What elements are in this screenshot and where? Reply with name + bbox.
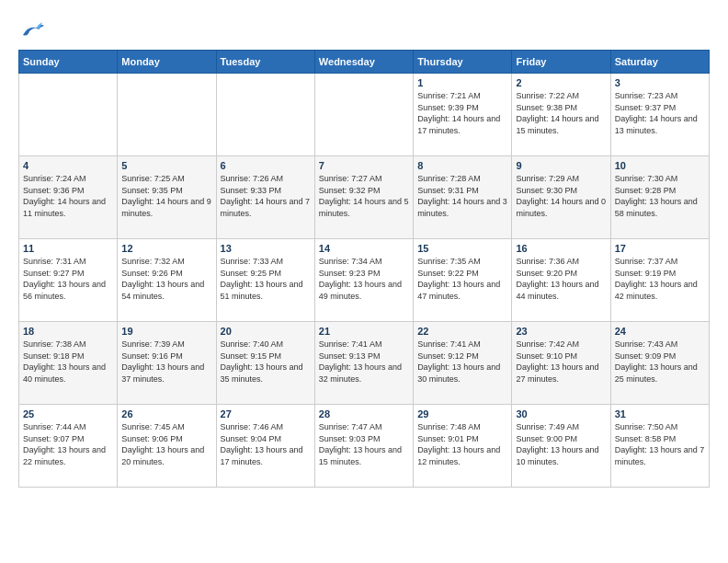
calendar-cell: 14 Sunrise: 7:34 AMSunset: 9:23 PMDaylig…	[314, 239, 413, 322]
calendar-table: SundayMondayTuesdayWednesdayThursdayFrid…	[18, 50, 710, 488]
day-number: 29	[417, 408, 507, 419]
day-number: 8	[417, 160, 507, 171]
day-info: Sunrise: 7:42 AMSunset: 9:10 PMDaylight:…	[516, 339, 606, 385]
week-row-1: 1 Sunrise: 7:21 AMSunset: 9:39 PMDayligh…	[19, 74, 710, 156]
calendar-cell: 28 Sunrise: 7:47 AMSunset: 9:03 PMDaylig…	[314, 405, 413, 488]
calendar-cell: 29 Sunrise: 7:48 AMSunset: 9:01 PMDaylig…	[414, 405, 512, 488]
day-number: 2	[516, 77, 606, 88]
calendar-cell	[216, 74, 314, 156]
day-info: Sunrise: 7:47 AMSunset: 9:03 PMDaylight:…	[319, 421, 409, 467]
day-info: Sunrise: 7:50 AMSunset: 8:58 PMDaylight:…	[615, 421, 705, 467]
week-row-3: 11 Sunrise: 7:31 AMSunset: 9:27 PMDaylig…	[19, 239, 710, 322]
weekday-header-wednesday: Wednesday	[314, 51, 413, 74]
day-number: 15	[417, 243, 507, 254]
day-info: Sunrise: 7:25 AMSunset: 9:35 PMDaylight:…	[121, 173, 211, 219]
day-number: 12	[121, 243, 211, 254]
day-number: 10	[615, 160, 705, 171]
day-info: Sunrise: 7:38 AMSunset: 9:18 PMDaylight:…	[23, 339, 113, 385]
calendar-cell: 30 Sunrise: 7:49 AMSunset: 9:00 PMDaylig…	[512, 405, 610, 488]
calendar-cell: 15 Sunrise: 7:35 AMSunset: 9:22 PMDaylig…	[414, 239, 512, 322]
day-number: 1	[417, 77, 507, 88]
calendar-cell: 20 Sunrise: 7:40 AMSunset: 9:15 PMDaylig…	[216, 322, 314, 405]
calendar-cell	[314, 74, 413, 156]
day-number: 14	[319, 243, 409, 254]
calendar-cell: 19 Sunrise: 7:39 AMSunset: 9:16 PMDaylig…	[118, 322, 216, 405]
weekday-header-sunday: Sunday	[19, 51, 118, 74]
weekday-header-saturday: Saturday	[610, 51, 709, 74]
day-info: Sunrise: 7:35 AMSunset: 9:22 PMDaylight:…	[417, 256, 507, 302]
calendar-cell: 22 Sunrise: 7:41 AMSunset: 9:12 PMDaylig…	[414, 322, 512, 405]
day-info: Sunrise: 7:36 AMSunset: 9:20 PMDaylight:…	[516, 256, 606, 302]
day-number: 18	[23, 326, 113, 337]
day-number: 11	[23, 243, 113, 254]
day-info: Sunrise: 7:30 AMSunset: 9:28 PMDaylight:…	[615, 173, 705, 219]
calendar-cell: 21 Sunrise: 7:41 AMSunset: 9:13 PMDaylig…	[314, 322, 413, 405]
day-number: 20	[221, 326, 311, 337]
day-number: 28	[319, 408, 409, 419]
calendar-cell	[19, 74, 118, 156]
calendar-cell: 13 Sunrise: 7:33 AMSunset: 9:25 PMDaylig…	[216, 239, 314, 322]
day-number: 13	[221, 243, 311, 254]
calendar-cell: 23 Sunrise: 7:42 AMSunset: 9:10 PMDaylig…	[512, 322, 610, 405]
weekday-header-tuesday: Tuesday	[216, 51, 314, 74]
day-info: Sunrise: 7:34 AMSunset: 9:23 PMDaylight:…	[319, 256, 409, 302]
day-info: Sunrise: 7:28 AMSunset: 9:31 PMDaylight:…	[417, 173, 507, 219]
day-number: 7	[319, 160, 409, 171]
day-number: 23	[516, 326, 606, 337]
logo-icon	[18, 18, 46, 40]
calendar-cell: 17 Sunrise: 7:37 AMSunset: 9:19 PMDaylig…	[610, 239, 709, 322]
day-number: 26	[121, 408, 211, 419]
day-number: 5	[121, 160, 211, 171]
day-info: Sunrise: 7:27 AMSunset: 9:32 PMDaylight:…	[319, 173, 409, 219]
day-number: 16	[516, 243, 606, 254]
day-info: Sunrise: 7:39 AMSunset: 9:16 PMDaylight:…	[121, 339, 211, 385]
day-info: Sunrise: 7:40 AMSunset: 9:15 PMDaylight:…	[221, 339, 311, 385]
weekday-header-monday: Monday	[118, 51, 216, 74]
calendar-cell: 7 Sunrise: 7:27 AMSunset: 9:32 PMDayligh…	[314, 156, 413, 239]
page-header	[18, 18, 710, 40]
day-info: Sunrise: 7:31 AMSunset: 9:27 PMDaylight:…	[23, 256, 113, 302]
calendar-cell: 8 Sunrise: 7:28 AMSunset: 9:31 PMDayligh…	[414, 156, 512, 239]
calendar-cell: 16 Sunrise: 7:36 AMSunset: 9:20 PMDaylig…	[512, 239, 610, 322]
calendar-cell: 31 Sunrise: 7:50 AMSunset: 8:58 PMDaylig…	[610, 405, 709, 488]
day-number: 6	[221, 160, 311, 171]
day-number: 3	[615, 77, 705, 88]
day-number: 4	[23, 160, 113, 171]
day-info: Sunrise: 7:43 AMSunset: 9:09 PMDaylight:…	[615, 339, 705, 385]
week-row-2: 4 Sunrise: 7:24 AMSunset: 9:36 PMDayligh…	[19, 156, 710, 239]
calendar-cell: 27 Sunrise: 7:46 AMSunset: 9:04 PMDaylig…	[216, 405, 314, 488]
calendar-cell: 3 Sunrise: 7:23 AMSunset: 9:37 PMDayligh…	[610, 74, 709, 156]
day-number: 24	[615, 326, 705, 337]
day-number: 9	[516, 160, 606, 171]
week-row-4: 18 Sunrise: 7:38 AMSunset: 9:18 PMDaylig…	[19, 322, 710, 405]
day-info: Sunrise: 7:26 AMSunset: 9:33 PMDaylight:…	[221, 173, 311, 219]
calendar-cell: 1 Sunrise: 7:21 AMSunset: 9:39 PMDayligh…	[414, 74, 512, 156]
calendar-cell: 18 Sunrise: 7:38 AMSunset: 9:18 PMDaylig…	[19, 322, 118, 405]
day-number: 21	[319, 326, 409, 337]
day-number: 31	[615, 408, 705, 419]
day-number: 22	[417, 326, 507, 337]
calendar-cell: 2 Sunrise: 7:22 AMSunset: 9:38 PMDayligh…	[512, 74, 610, 156]
day-info: Sunrise: 7:44 AMSunset: 9:07 PMDaylight:…	[23, 421, 113, 467]
calendar-cell: 9 Sunrise: 7:29 AMSunset: 9:30 PMDayligh…	[512, 156, 610, 239]
calendar-cell: 5 Sunrise: 7:25 AMSunset: 9:35 PMDayligh…	[118, 156, 216, 239]
week-row-5: 25 Sunrise: 7:44 AMSunset: 9:07 PMDaylig…	[19, 405, 710, 488]
day-number: 27	[221, 408, 311, 419]
day-info: Sunrise: 7:24 AMSunset: 9:36 PMDaylight:…	[23, 173, 113, 219]
calendar-cell: 6 Sunrise: 7:26 AMSunset: 9:33 PMDayligh…	[216, 156, 314, 239]
day-info: Sunrise: 7:32 AMSunset: 9:26 PMDaylight:…	[121, 256, 211, 302]
calendar-cell: 11 Sunrise: 7:31 AMSunset: 9:27 PMDaylig…	[19, 239, 118, 322]
calendar-cell: 12 Sunrise: 7:32 AMSunset: 9:26 PMDaylig…	[118, 239, 216, 322]
logo	[18, 18, 50, 40]
day-info: Sunrise: 7:22 AMSunset: 9:38 PMDaylight:…	[516, 90, 606, 136]
day-info: Sunrise: 7:48 AMSunset: 9:01 PMDaylight:…	[417, 421, 507, 467]
calendar-cell: 10 Sunrise: 7:30 AMSunset: 9:28 PMDaylig…	[610, 156, 709, 239]
weekday-header-friday: Friday	[512, 51, 610, 74]
day-number: 17	[615, 243, 705, 254]
weekday-header-thursday: Thursday	[414, 51, 512, 74]
day-info: Sunrise: 7:23 AMSunset: 9:37 PMDaylight:…	[615, 90, 705, 136]
calendar-cell: 26 Sunrise: 7:45 AMSunset: 9:06 PMDaylig…	[118, 405, 216, 488]
day-number: 30	[516, 408, 606, 419]
calendar-cell	[118, 74, 216, 156]
calendar-cell: 4 Sunrise: 7:24 AMSunset: 9:36 PMDayligh…	[19, 156, 118, 239]
